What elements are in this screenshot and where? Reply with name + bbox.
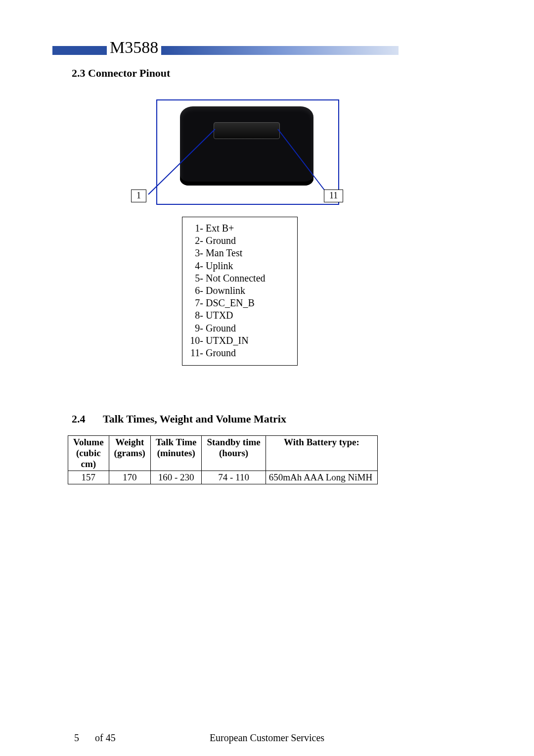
pin-name: Man Test (203, 247, 242, 258)
document-model: M3588 (107, 39, 161, 56)
pin-name: UTXD_IN (203, 335, 249, 346)
pin-number: 5- (189, 272, 203, 284)
pin-number: 7- (189, 297, 203, 309)
pin-name: Ground (203, 235, 236, 246)
cell-talk: 160 - 230 (150, 471, 202, 484)
pin-name: UTXD (203, 310, 233, 321)
pin-row: 7- DSC_EN_B (189, 297, 290, 309)
section-number: 2.4 (72, 413, 100, 425)
col-battery: With Battery type: (266, 436, 378, 471)
pin-number: 2- (189, 235, 203, 247)
pin-name: Ext B+ (203, 223, 234, 234)
pin-list: 1- Ext B+2- Ground3- Man Test4- Uplink5-… (182, 217, 298, 366)
pin-row: 3- Man Test (189, 247, 290, 259)
pin-number: 3- (189, 247, 203, 259)
cell-standby: 74 - 110 (202, 471, 266, 484)
table-header-row: Volume(cubiccm) Weight(grams) Talk Time(… (68, 436, 378, 471)
header-band: M3588 (52, 45, 399, 56)
pin-name: Uplink (203, 260, 233, 271)
section-2.4-heading: 2.4 Talk Times, Weight and Volume Matrix (72, 413, 286, 425)
device-icon (180, 106, 313, 186)
pin-row: 5- Not Connected (189, 272, 290, 284)
col-talk: Talk Time(minutes) (150, 436, 202, 471)
pin-name: Ground (203, 347, 236, 358)
band-left (52, 46, 107, 55)
footer-center: European Customer Services (0, 732, 534, 744)
pin-number: 1- (189, 222, 203, 235)
pin-number: 4- (189, 260, 203, 272)
pin-row: 11- Ground (189, 347, 290, 359)
cell-volume: 157 (68, 471, 109, 484)
col-volume: Volume(cubiccm) (68, 436, 109, 471)
section-number: 2.3 (72, 67, 86, 79)
pin-row: 6- Downlink (189, 284, 290, 297)
pin-name: DSC_EN_B (203, 297, 255, 308)
pin-row: 1- Ext B+ (189, 222, 290, 235)
spec-matrix-table: Volume(cubiccm) Weight(grams) Talk Time(… (68, 435, 378, 484)
cell-weight: 170 (109, 471, 150, 484)
pin-row: 10- UTXD_IN (189, 334, 290, 347)
pin-number: 6- (189, 284, 203, 297)
pin-row: 4- Uplink (189, 260, 290, 272)
pin-row: 2- Ground (189, 235, 290, 247)
connector-figure (156, 99, 339, 205)
page: M3588 2.3 Connector Pinout 1 11 1- Ext B… (0, 0, 534, 756)
pin-number: 11- (189, 347, 203, 359)
section-title: Connector Pinout (88, 67, 170, 79)
pin-number: 10- (189, 334, 203, 347)
pin-label-right: 11 (324, 189, 343, 202)
pin-row: 9- Ground (189, 322, 290, 334)
pin-name: Downlink (203, 285, 245, 296)
col-weight: Weight(grams) (109, 436, 150, 471)
pin-number: 9- (189, 322, 203, 334)
pin-row: 8- UTXD (189, 309, 290, 322)
col-standby: Standby time(hours) (202, 436, 266, 471)
pin-label-left: 1 (131, 189, 146, 202)
pin-name: Ground (203, 323, 236, 333)
section-2.3-heading: 2.3 Connector Pinout (72, 67, 170, 80)
band-right (161, 46, 399, 55)
cell-battery: 650mAh AAA Long NiMH (266, 471, 378, 484)
table-row: 157 170 160 - 230 74 - 110 650mAh AAA Lo… (68, 471, 378, 484)
pin-name: Not Connected (203, 273, 266, 284)
pin-number: 8- (189, 309, 203, 322)
section-title: Talk Times, Weight and Volume Matrix (103, 413, 286, 425)
